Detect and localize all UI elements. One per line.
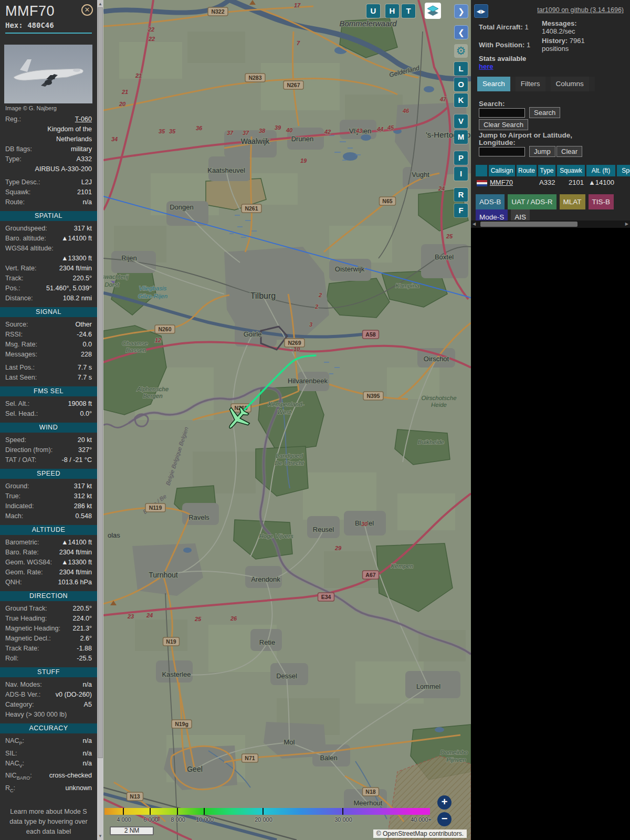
row-label: Squawk:	[5, 187, 30, 197]
column-header[interactable]: Squawk	[557, 165, 585, 176]
map-button-h[interactable]: H	[385, 4, 399, 18]
data-row: NACP:n/a	[0, 736, 97, 749]
source-badge-mlat[interactable]: MLAT	[560, 194, 585, 209]
section-header: ALTITUDE	[0, 525, 97, 535]
row-value: 224.0°	[72, 614, 92, 624]
row-value: military	[71, 144, 92, 154]
data-row: Pos.:51.460°, 5.039°	[0, 284, 97, 293]
map-button-o[interactable]: O	[454, 78, 468, 91]
scroll-up-icon[interactable]: ▲	[97, 2, 103, 6]
panel-tabs: SearchFiltersColumns	[477, 77, 595, 91]
map-button-r[interactable]: R	[454, 188, 468, 202]
scroll-right-icon[interactable]: ▶	[625, 222, 628, 226]
row-value: 220.5°	[72, 604, 92, 614]
aircraft-photo[interactable]	[4, 45, 92, 103]
source-badge-tis-b[interactable]: TIS-B	[589, 194, 614, 209]
row-label: Mach:	[5, 511, 23, 521]
map-label: Oirschot	[424, 355, 449, 363]
legend-tick	[262, 808, 264, 815]
row-label: Distance:	[5, 293, 33, 303]
map-button-m[interactable]: M	[454, 130, 468, 144]
expand-panel-button[interactable]: ❯	[454, 4, 468, 18]
tab-columns[interactable]: Columns	[551, 77, 589, 91]
search-button[interactable]: Search	[529, 107, 560, 118]
scroll-down-icon[interactable]: ▼	[97, 834, 103, 838]
map-label: 30	[361, 521, 368, 527]
map-attribution[interactable]: © OpenStreetMap contributors.	[373, 830, 467, 838]
settings-gear-icon[interactable]: ⚙	[454, 44, 468, 58]
search-label: Search:	[479, 100, 505, 108]
layers-button[interactable]	[425, 3, 441, 19]
row-label: Source:	[5, 320, 28, 330]
tab-search[interactable]: Search	[477, 77, 510, 91]
map-button-t[interactable]: T	[402, 4, 415, 18]
jump-button[interactable]: Jump	[529, 146, 555, 157]
row-value: 108.2 nmi	[63, 293, 92, 303]
row-value: Other	[76, 320, 92, 330]
source-badge-ads-b[interactable]: ADS-B	[476, 194, 505, 209]
data-row: Type Desc.:L2J	[0, 177, 97, 187]
jump-clear-button[interactable]: Clear	[556, 146, 582, 157]
map-label: 21	[121, 89, 128, 95]
map-button-u[interactable]: U	[366, 4, 380, 18]
data-row: Indicated:286 kt	[0, 501, 97, 511]
data-row: Ground:317 kt	[0, 481, 97, 491]
map-canvas[interactable]: ✈ KampinaChaamseBossenAlphenscheBergenKe…	[103, 0, 471, 840]
panel-width-toggle[interactable]: ◀▶	[474, 4, 488, 18]
scrollbar-thumb[interactable]	[98, 7, 103, 758]
map-label: 21	[135, 72, 142, 79]
legend-label: 40 000+	[411, 816, 432, 823]
column-header[interactable]: Spd	[617, 165, 630, 176]
map-label: 20	[119, 101, 126, 107]
map-button-v[interactable]: V	[454, 114, 468, 128]
column-header[interactable]: Type	[538, 165, 555, 176]
map-label: 19	[300, 158, 307, 164]
jump-input[interactable]	[479, 147, 525, 156]
section-header: SIGNAL	[0, 307, 97, 317]
row-label: Direction (from):	[5, 445, 52, 455]
row-label: Nav. Modes:	[5, 680, 42, 690]
data-row: TAT / OAT:-8 / -21 °C	[0, 455, 97, 465]
map-label: Balen	[320, 754, 337, 762]
map-button-k[interactable]: K	[454, 93, 468, 107]
clear-search-button[interactable]: Clear Search	[479, 119, 528, 130]
cell-callsign[interactable]: MMF70	[489, 177, 515, 187]
map-label: Turnhout	[149, 571, 178, 579]
scroll-left-icon[interactable]: ◀	[472, 222, 476, 226]
map-button-f[interactable]: F	[454, 204, 468, 217]
map-button-p[interactable]: P	[454, 151, 468, 165]
map-label: 35	[169, 128, 176, 134]
row-label: ADS-B Ver.:	[5, 690, 40, 700]
map-label: Hilvarenbeek	[288, 377, 328, 385]
column-header[interactable]: Route	[517, 165, 537, 176]
legend-tick	[342, 808, 343, 815]
table-horizontal-scrollbar[interactable]: ◀ ▶	[471, 220, 630, 228]
row-label: Messages:	[5, 350, 37, 360]
row-value: 1013.6 hPa	[58, 578, 92, 587]
github-version-link[interactable]: tar1090 on github (3.14.1696)	[537, 6, 624, 14]
row-value: 7.7 s	[78, 373, 92, 383]
search-input[interactable]	[479, 108, 525, 118]
data-row: Reg.:T-060	[0, 114, 97, 124]
hscroll-thumb[interactable]	[480, 222, 578, 227]
map-button-l[interactable]: L	[454, 62, 468, 76]
column-header[interactable]: Alt. (ft)	[586, 165, 615, 176]
column-header[interactable]: Callsign	[489, 165, 515, 176]
row-value: 20 kt	[78, 435, 92, 445]
tab-filters[interactable]: Filters	[516, 77, 545, 91]
row-value: 0.548	[75, 511, 92, 521]
collapse-sidebar-button[interactable]: ❮	[454, 25, 468, 39]
row-label: Sel. Head.:	[5, 409, 38, 419]
close-icon[interactable]: ✕	[81, 4, 93, 16]
zoom-out-button[interactable]: −	[437, 812, 452, 826]
row-value[interactable]: T-060	[75, 114, 92, 124]
zoom-in-button[interactable]: +	[437, 795, 452, 810]
stats-here-link[interactable]: here	[479, 62, 493, 70]
row-value: ▲13300 ft	[61, 254, 92, 264]
map-button-i[interactable]: I	[454, 167, 468, 181]
source-badge-uat-ads-r[interactable]: UAT / ADS-R	[508, 194, 556, 209]
sidebar-scrollbar[interactable]: ▲ ▼	[97, 0, 103, 840]
map-label: N260	[158, 326, 171, 332]
column-header[interactable]	[476, 165, 487, 176]
cell-squawk: 2101	[557, 177, 585, 187]
